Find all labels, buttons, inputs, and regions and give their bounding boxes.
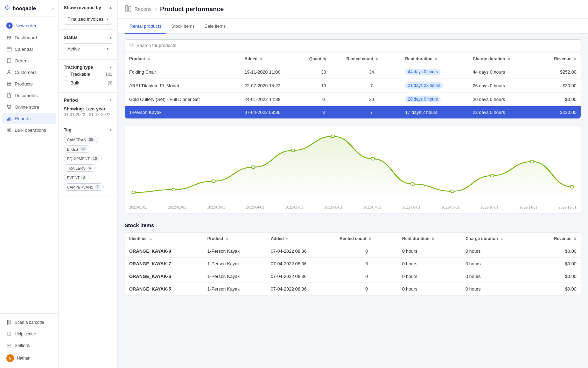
tracking-bulk-checkbox[interactable] [64,81,68,85]
stock-table-row[interactable]: ORANGE_KAYAK-8 1-Person Kayak 07-04-2022… [125,245,581,258]
tag-campervans[interactable]: CAMPERVANS 2 [64,183,104,191]
filters-panel: Show revenue by ▲ Finalized invoices ▾ S… [59,0,118,368]
sidebar-item-documents[interactable]: Documents [2,90,56,101]
scan-barcode-icon [6,320,12,325]
row-rented-count: 20 [342,93,401,106]
sidebar-item-dashboard-label: Dashboard [15,35,37,40]
tag-trailers[interactable]: TRAILERS 4 [64,164,96,172]
sort-product-icon[interactable]: ⇅ [147,57,150,61]
chart-x-axis: 2022-01-012022-02-012022-03-012022-04-01… [129,204,576,209]
sort-identifier-icon[interactable]: ⇅ [149,237,152,241]
documents-icon [6,93,12,98]
breadcrumb-parent: Reports [134,6,152,12]
tab-rental-products[interactable]: Rental products [125,19,166,34]
tab-stock-items[interactable]: Stock items [166,19,200,34]
main-content: Reports > Product performance Rental pro… [118,0,588,368]
sort-stock-revenue-icon[interactable]: ⇅ [574,237,576,241]
row-rent-duration: 20 days 0 hours [401,93,469,106]
sidebar-item-customers-label: Customers [15,70,37,75]
rental-table-row[interactable]: Gold Cutlery (Set) - Full Dinner Set 24-… [125,93,581,106]
rental-table-row[interactable]: 1-Person Kayak 07-04-2022 08:36 8 7 17 d… [125,106,581,119]
sidebar: booqable « + New order ⊞ Dashboard Calen… [0,0,59,368]
stock-table-row[interactable]: ORANGE_KAYAK-5 1-Person Kayak 07-04-2022… [125,283,581,295]
tag-list: CAMERAS 35 BIKES 28 EQUIPMENT 16 TRAILER… [64,136,112,191]
tag-equipment-count: 16 [91,156,98,161]
filter-tag-header[interactable]: Tag ▲ [64,127,112,132]
filter-show-revenue-header[interactable]: Show revenue by ▲ [64,5,112,10]
svg-rect-26 [9,320,9,325]
rental-table-row[interactable]: ARRI Titanium PL Mount 22-07-2020 15:22 … [125,79,581,93]
sort-revenue-icon[interactable]: ⇅ [574,57,576,61]
sort-stock-rented-icon[interactable]: ⇅ [369,237,371,241]
filter-status-header[interactable]: Status ▲ [64,35,112,40]
filter-tracking-header[interactable]: Tracking type ▲ [64,64,112,70]
sidebar-nav: + New order ⊞ Dashboard Calendar Orders … [0,16,58,313]
filter-status-dropdown[interactable]: Active ▾ [64,43,112,54]
svg-point-47 [450,190,454,193]
sort-stock-rent-duration-icon[interactable]: ⇅ [432,237,434,241]
sort-rented-icon[interactable]: ⇅ [376,57,378,61]
tabs-row: Rental products Stock items Sale items [118,19,588,34]
chart-x-label: 2022-10-01 [481,205,498,209]
sort-charge-duration-icon[interactable]: ⇅ [507,57,510,61]
row-revenue: $30.00 [536,79,581,93]
sidebar-item-new-order[interactable]: + New order [2,20,56,32]
sidebar-item-help-center[interactable]: ? Help center [2,328,56,340]
tab-sale-items[interactable]: Sale items [200,19,231,34]
row-product: 1-Person Kayak [125,106,240,119]
sidebar-item-scan-barcode[interactable]: Scan a barcode [2,317,56,328]
search-input[interactable] [136,43,576,48]
rental-table-row[interactable]: Folding Chair 19-11-2020 11:00 30 34 44 … [125,65,581,79]
tag-cameras-count: 35 [87,137,94,142]
sidebar-collapse-button[interactable]: « [52,6,54,11]
sort-stock-added-icon[interactable]: ▾ [286,237,288,241]
bulk-operations-icon [6,127,12,133]
chart-x-label: 2022-01-01 [129,205,147,209]
orders-icon [6,58,12,63]
stock-table-row[interactable]: ORANGE_KAYAK-7 1-Person Kayak 07-04-2022… [125,258,581,270]
sidebar-item-customers[interactable]: Customers [2,67,56,78]
filter-revenue-dropdown[interactable]: Finalized invoices ▾ [64,14,112,25]
stock-row-product: 1-Person Kayak [203,283,266,295]
col-rent-duration: Rent duration ⇅ [401,53,469,65]
tracking-trackable-row: Trackable 182 [64,70,112,79]
stock-col-revenue: Revenue ⇅ [533,233,581,245]
sidebar-item-settings[interactable]: Settings [2,340,56,351]
sidebar-item-products[interactable]: Products [2,78,56,89]
sidebar-item-user[interactable]: N Nathan [2,352,56,365]
tag-cameras[interactable]: CAMERAS 35 [64,136,98,143]
stock-row-rent-duration: 0 hours [398,245,461,258]
tag-trailers-count: 4 [87,166,93,170]
sidebar-item-reports-label: Reports [15,116,31,121]
tag-event[interactable]: EVENT 3 [64,174,90,181]
sidebar-item-reports[interactable]: Reports [2,113,56,124]
tracking-bulk-label[interactable]: Bulk [64,80,79,86]
stock-row-revenue: $0.00 [533,245,581,258]
svg-rect-28 [11,320,12,325]
sort-stock-product-icon[interactable]: ⇅ [225,237,228,241]
svg-rect-15 [7,119,8,121]
sort-rent-duration-icon[interactable]: ⇅ [435,57,438,61]
sort-added-icon[interactable]: ⇅ [260,57,262,61]
stock-table-row[interactable]: ORANGE_KAYAK-6 1-Person Kayak 07-04-2022… [125,270,581,283]
svg-point-46 [411,183,414,185]
tag-bikes-label: BIKES [67,147,78,151]
sidebar-item-orders[interactable]: Orders [2,55,56,66]
sidebar-item-online-store[interactable]: Online store [2,101,56,113]
filter-show-revenue-label: Show revenue by [64,5,101,10]
tag-equipment[interactable]: EQUIPMENT 16 [64,155,102,162]
tracking-trackable-checkbox[interactable] [64,72,68,76]
sidebar-item-dashboard[interactable]: ⊞ Dashboard [2,32,56,43]
col-revenue: Revenue ⇅ [536,53,581,65]
tracking-trackable-label[interactable]: Trackable [64,71,90,77]
sidebar-item-bulk-operations-label: Bulk operations [15,128,46,133]
sidebar-item-calendar[interactable]: Calendar [2,43,56,55]
page-header: Reports > Product performance [118,0,588,19]
sort-stock-charge-duration-icon[interactable]: ⇅ [500,237,503,241]
tag-event-label: EVENT [67,176,80,180]
sidebar-item-bulk-operations[interactable]: Bulk operations [2,124,56,136]
tag-bikes[interactable]: BIKES 28 [64,145,90,153]
sidebar-item-products-label: Products [15,81,33,87]
svg-rect-18 [11,118,12,121]
filter-period-header[interactable]: Period ▲ [64,97,112,103]
